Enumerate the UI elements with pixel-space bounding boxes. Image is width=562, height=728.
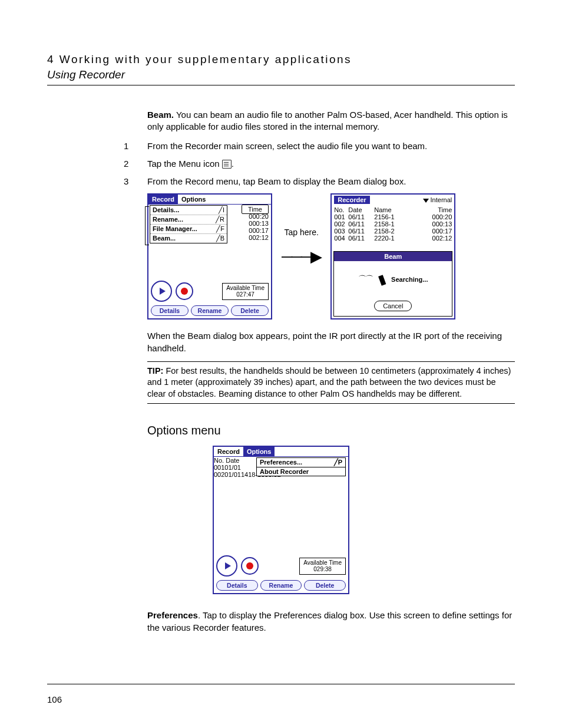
chevron-down-icon [423,199,429,203]
brace-icon [145,206,149,245]
record-button[interactable] [241,557,259,575]
section-title: Using Recorder [47,68,515,81]
intro-text: You can beam an audio file to another Pa… [147,110,508,131]
step-num-1: 1 [124,140,147,152]
tab-record[interactable]: Record [148,195,178,204]
menubar: Record Options [148,195,271,205]
step-num-2: 2 [124,158,147,170]
list-item: 00206/112158-1000:13 [334,220,452,228]
arrow-right-icon: ───▶ [282,248,321,266]
menu-item-details[interactable]: Details...╱I [150,206,227,215]
file-list: 00106/112156-1000:20 00206/112158-1000:1… [332,213,454,242]
tab-record[interactable]: Record [214,447,243,456]
record-icon [181,288,188,295]
details-button[interactable]: Details [216,580,258,591]
list-header: No. Date Name Time [332,205,454,213]
menu-item-preferences[interactable]: Preferences...╱P [257,458,345,467]
play-icon [160,288,166,295]
cancel-button[interactable]: Cancel [374,301,412,311]
list-item: 00306/112158-2000:17 [334,228,452,235]
screenshot-beam-dialog: Recorder Internal No. Date Name Time 001… [330,193,455,319]
rename-button[interactable]: Rename [260,580,302,591]
playback-controls: Available Time 027:47 [148,278,271,303]
play-button[interactable] [216,555,237,577]
footer-rule [47,684,515,684]
tip-text: For best results, the handhelds should b… [147,366,511,398]
step2-post: . [232,159,234,169]
tip-label: TIP: [147,366,163,375]
options-dropdown: Preferences...╱P About Recorder [256,457,346,476]
play-button[interactable] [151,281,172,302]
beam-status: Searching... [391,276,428,283]
record-dropdown: Details...╱I Rename...╱R File Manager...… [150,205,227,243]
play-icon [225,562,231,569]
menu-icon [222,160,232,169]
preferences-text: . Tap to display the Preferences dialog … [147,610,512,632]
available-time-box: Available Time 029:38 [299,558,346,575]
screenshot-record-menu: Record Options Details...╱I Rename...╱R … [147,193,272,319]
record-button[interactable] [176,282,193,300]
header-rule [47,85,515,85]
app-title: Recorder [334,196,369,204]
menu-item-file-manager[interactable]: File Manager...╱F [150,225,227,234]
menubar: Record Options [214,447,348,457]
device-icon: ▮ [376,271,388,288]
callout-tap-here: Tap here. [284,228,318,237]
step2-pre: Tap the Menu icon [147,159,222,169]
waves-icon: ⌒⌒ [358,274,372,285]
list-item: 00406/112220-1002:12 [334,235,452,242]
step-text-3: From the Record menu, tap Beam to displa… [147,176,515,187]
list-item: 00106/112156-1000:20 [334,213,452,220]
tab-options[interactable]: Options [243,447,275,456]
menu-item-beam[interactable]: Beam...╱B [150,234,227,243]
delete-button[interactable]: Delete [231,305,269,316]
beam-dialog-title: Beam [334,252,452,261]
intro-paragraph: Beam. You can beam an audio file to anot… [147,109,515,133]
screenshot-options-menu: Record Options Preferences...╱P About Re… [213,446,349,594]
menu-item-rename[interactable]: Rename...╱R [150,215,227,225]
step-text-2: Tap the Menu icon . [147,158,515,170]
delete-button[interactable]: Delete [304,580,346,591]
storage-selector[interactable]: Internal [423,196,452,203]
preferences-paragraph: Preferences. Tap to display the Preferen… [147,610,515,634]
options-menu-heading: Options menu [147,424,515,437]
step-text-1: From the Recorder main screen, select th… [147,140,515,152]
rename-button[interactable]: Rename [191,305,229,316]
after-figure-text: When the Beam dialog box appears, point … [147,330,515,354]
beam-label: Beam. [147,110,174,120]
tip-block: TIP: For best results, the handhelds sho… [147,361,515,404]
page-number: 106 [47,694,62,704]
step-num-3: 3 [124,176,147,187]
available-time-box: Available Time 027:47 [222,283,269,300]
beam-dialog: Beam ⌒⌒ ▮ Searching... Cancel [333,251,452,317]
details-button[interactable]: Details [151,305,189,316]
chapter-title: 4 Working with your supplementary applic… [47,53,515,66]
playback-controls: Available Time 029:38 [214,553,348,578]
preferences-label: Preferences [147,610,198,620]
record-icon [246,562,253,569]
menu-item-about[interactable]: About Recorder [257,467,345,476]
tab-options[interactable]: Options [178,195,210,204]
